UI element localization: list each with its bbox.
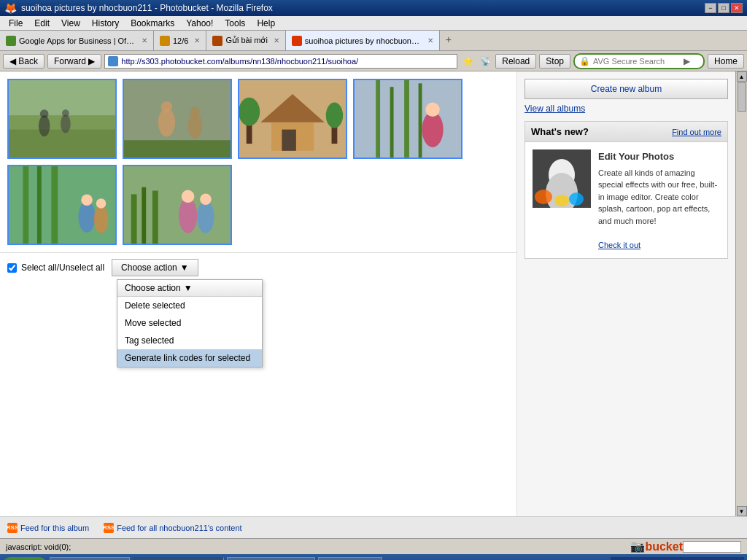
- photo-thumb-2[interactable]: [123, 79, 232, 159]
- tab-1[interactable]: 12/6 ✕: [154, 31, 206, 50]
- right-scrollbar: ▲ ▼: [735, 71, 747, 516]
- address-bar[interactable]: [104, 54, 457, 69]
- photo-thumb-4[interactable]: [353, 79, 462, 159]
- svg-rect-37: [131, 194, 137, 244]
- tab-close-0[interactable]: ✕: [142, 36, 147, 44]
- taskbar-item-suoihoa[interactable]: suoihoa pictures by ...: [133, 557, 224, 560]
- svg-point-47: [535, 190, 552, 204]
- search-go-button[interactable]: ▶: [684, 56, 690, 66]
- search-input[interactable]: [593, 57, 681, 66]
- svg-rect-24: [404, 79, 409, 158]
- forward-button[interactable]: Forward ▶: [47, 54, 101, 69]
- select-all-label: Select all/Unselect all: [21, 262, 104, 273]
- svg-point-41: [182, 190, 195, 203]
- taskbar-item-trung[interactable]: Trung Lùn (phutrun...: [227, 557, 315, 560]
- menu-help[interactable]: Help: [251, 17, 281, 30]
- taskbar-item-yahoo-messenger[interactable]: Yahoo! Messenger: [50, 557, 130, 560]
- tab-3[interactable]: suoihoa pictures by nhocbuon211... ✕: [286, 31, 440, 50]
- choose-action-button[interactable]: Choose action ▼: [112, 259, 198, 276]
- feed-all-link[interactable]: RSS Feed for all nhocbuon211's content: [104, 523, 242, 533]
- feed-album-label: Feed for this album: [20, 524, 89, 532]
- nav-bar: ◀ Back Forward ▶ ⭐ 📡 Reload Stop 🔒 ▶ Hom…: [0, 51, 747, 71]
- photo-grid: [0, 71, 516, 252]
- dropdown-delete-selected[interactable]: Delete selected: [117, 297, 262, 314]
- menu-edit[interactable]: Edit: [28, 17, 55, 30]
- photo-thumb-1[interactable]: [7, 79, 117, 159]
- start-button[interactable]: ⊞ start: [3, 557, 47, 560]
- menu-file[interactable]: File: [3, 17, 28, 30]
- select-all-checkbox[interactable]: [7, 263, 17, 273]
- find-out-more-link[interactable]: Find out more: [672, 128, 721, 136]
- select-all-container[interactable]: Select all/Unselect all: [7, 262, 104, 273]
- scroll-track[interactable]: [737, 82, 747, 506]
- dropdown-header-arrow: ▼: [184, 283, 193, 293]
- tab-close-2[interactable]: ✕: [274, 36, 279, 44]
- dropdown-move-selected[interactable]: Move selected: [117, 314, 262, 332]
- window-title-text: 🦊 suoihoa pictures by nhocbuon211 - Phot…: [4, 2, 273, 14]
- svg-point-6: [62, 109, 69, 117]
- new-tab-button[interactable]: +: [440, 31, 457, 50]
- svg-rect-36: [124, 166, 231, 244]
- menu-bookmarks[interactable]: Bookmarks: [125, 17, 180, 30]
- status-input[interactable]: [683, 541, 741, 553]
- status-text: javascript: void(0);: [6, 542, 630, 551]
- close-button[interactable]: ✕: [731, 3, 743, 13]
- taskbar-item-paint[interactable]: up4.jpg - Paint: [318, 557, 383, 560]
- tab-close-3[interactable]: ✕: [427, 36, 433, 44]
- svg-rect-25: [419, 83, 422, 158]
- edit-photos-text-block: Edit Your Photos Create all kinds of ama…: [598, 149, 720, 251]
- svg-point-26: [422, 112, 443, 147]
- whats-new-title: What's new?: [531, 126, 589, 137]
- photo-thumb-3[interactable]: [238, 79, 347, 159]
- stop-button[interactable]: Stop: [539, 54, 570, 69]
- back-button[interactable]: ◀ Back: [3, 54, 44, 69]
- view-all-albums-link[interactable]: View all albums: [525, 104, 728, 114]
- bookmark-star-icon[interactable]: ⭐: [460, 54, 475, 69]
- rss-icon-all: RSS: [104, 523, 114, 533]
- home-button[interactable]: Home: [708, 54, 744, 69]
- svg-point-42: [197, 201, 214, 233]
- svg-point-3: [39, 115, 50, 136]
- window-title: suoihoa pictures by nhocbuon211 - Photob…: [21, 3, 273, 13]
- tab-favicon-3: [292, 36, 302, 46]
- tab-favicon-0: [6, 36, 16, 46]
- tab-2[interactable]: Gửi bài mới ✕: [206, 31, 285, 50]
- menu-view[interactable]: View: [55, 17, 86, 30]
- svg-rect-2: [9, 79, 115, 115]
- svg-rect-38: [142, 187, 146, 244]
- svg-rect-29: [23, 166, 28, 244]
- status-bar: javascript: void(0); 📷bucket: [0, 538, 747, 554]
- svg-rect-1: [9, 130, 115, 158]
- svg-rect-30: [37, 166, 42, 244]
- dropdown-generate-link-codes[interactable]: Generate link codes for selected: [117, 349, 262, 367]
- minimize-button[interactable]: −: [705, 3, 716, 13]
- svg-rect-12: [124, 140, 231, 158]
- tab-label-1: 12/6: [173, 36, 188, 45]
- address-input[interactable]: [121, 57, 454, 66]
- menu-tools[interactable]: Tools: [219, 17, 251, 30]
- tab-0[interactable]: Google Apps for Business | Official Web.…: [0, 31, 154, 50]
- search-bar[interactable]: 🔒 ▶: [573, 53, 705, 69]
- maximize-button[interactable]: □: [718, 3, 729, 13]
- main-wrapper: Select all/Unselect all Choose action ▼ …: [0, 71, 747, 516]
- scroll-thumb[interactable]: [738, 82, 746, 112]
- check-it-out-link[interactable]: Check it out: [598, 241, 640, 249]
- photo-thumb-6[interactable]: [123, 165, 232, 245]
- scroll-up-arrow[interactable]: ▲: [737, 71, 747, 82]
- feed-album-link[interactable]: RSS Feed for this album: [7, 523, 89, 533]
- choose-action-label: Choose action: [121, 262, 177, 273]
- menu-history[interactable]: History: [86, 17, 125, 30]
- create-new-album-button[interactable]: Create new album: [525, 79, 728, 99]
- rss-feed-icon[interactable]: 📡: [478, 54, 492, 69]
- svg-point-32: [78, 201, 95, 233]
- svg-point-9: [161, 101, 173, 113]
- dropdown-tag-selected[interactable]: Tag selected: [117, 332, 262, 349]
- tab-close-1[interactable]: ✕: [194, 36, 200, 44]
- avg-search-icon: 🔒: [579, 56, 590, 66]
- photo-thumb-5[interactable]: [7, 165, 117, 245]
- scroll-down-arrow[interactable]: ▼: [737, 506, 747, 516]
- menu-yahoo[interactable]: Yahoo!: [180, 17, 219, 30]
- taskbar-tray: 11:38 PM: [611, 557, 744, 560]
- edit-photos-thumbnail: [533, 149, 591, 208]
- reload-button[interactable]: Reload: [495, 54, 536, 69]
